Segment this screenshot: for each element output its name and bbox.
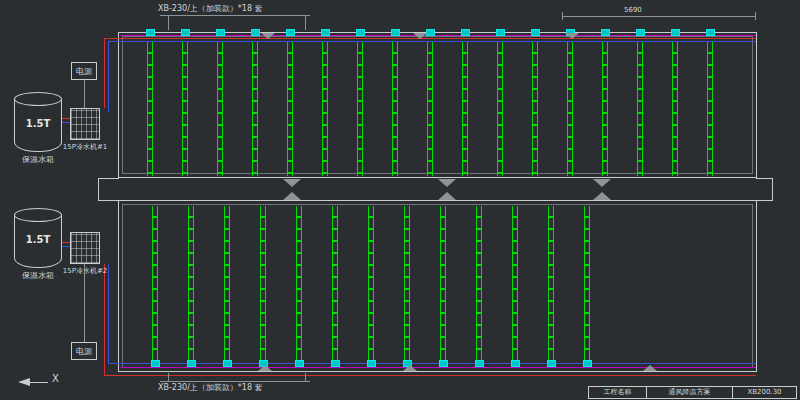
pipe-blue-top-riser [108, 41, 109, 112]
chiller-unit-top [70, 108, 100, 140]
title-block-name-label: 工程名称 [589, 387, 647, 398]
fan-coil-unit [181, 29, 190, 36]
cooling-duct [532, 42, 538, 176]
fan-coil-unit [547, 360, 556, 367]
annotation-top: XB-230/上（加装款）*18 套 [158, 4, 263, 14]
dimension-tick [562, 12, 563, 20]
fan-coil-unit [391, 29, 400, 36]
cooling-duct [548, 206, 554, 363]
cooling-duct [637, 42, 643, 176]
tank-chiller-link-blue-top [62, 122, 70, 123]
cooling-duct [672, 42, 678, 176]
corridor-door [593, 192, 611, 200]
annotation-bottom: XB-230/上（加装款）*18 套 [158, 383, 263, 393]
corridor-wall-left-bottom [98, 200, 119, 201]
water-tank-bottom: 1.5T [14, 208, 62, 270]
tank-chiller-link-red-bottom [62, 242, 70, 243]
cooling-duct [707, 42, 713, 176]
cooling-duct [332, 206, 338, 363]
wall-vent [261, 33, 275, 39]
corridor-door [283, 179, 301, 187]
pipe-red-bottom-riser [104, 264, 105, 376]
tank-chiller-link-blue-bottom [62, 246, 70, 247]
cooling-duct [440, 206, 446, 363]
corridor-wall-left-top [98, 178, 119, 179]
tank-chiller-link-red-top [62, 118, 70, 119]
power-box-bottom: 电源 [71, 342, 97, 360]
cooling-duct [147, 42, 153, 176]
fan-coil-unit [331, 360, 340, 367]
corridor-door [438, 192, 456, 200]
cooling-duct [182, 42, 188, 176]
chiller-label-top: 15P冷水机#1 [56, 142, 114, 152]
fan-coil-unit [223, 360, 232, 367]
title-block: 工程名称 通风降温方案 XB200.30 [588, 386, 797, 399]
cooling-duct [462, 42, 468, 176]
cooling-duct [497, 42, 503, 176]
cooling-duct [602, 42, 608, 176]
fan-coil-unit [671, 29, 680, 36]
cooling-duct [296, 206, 302, 363]
pipe-red-top-riser [104, 38, 105, 108]
power-feed-top [84, 80, 85, 108]
cooling-duct [260, 206, 266, 363]
power-box-top-label: 电源 [76, 66, 92, 77]
cooling-duct [368, 206, 374, 363]
dimension-label: 5690 [624, 5, 642, 15]
annotation-bottom-leader [160, 381, 310, 382]
fan-coil-unit [601, 29, 610, 36]
cooling-duct [188, 206, 194, 363]
corridor-wall-right-bottom [756, 200, 772, 201]
title-block-drawing-no: XB200.30 [733, 387, 796, 398]
tank-caption-top: 保温水箱 [8, 155, 68, 165]
fan-coil-unit [187, 360, 196, 367]
cooling-duct [404, 206, 410, 363]
fan-coil-unit [706, 29, 715, 36]
cooling-duct [252, 42, 258, 176]
title-block-name-value: 通风降温方案 [647, 387, 733, 398]
power-box-top: 电源 [71, 62, 97, 80]
cooling-duct [152, 206, 158, 363]
pipe-red-bottom [104, 375, 756, 376]
axis-arrow-icon [18, 378, 30, 386]
cooling-duct [476, 206, 482, 363]
fan-coil-unit [636, 29, 645, 36]
dimension-line [562, 16, 756, 17]
fan-coil-unit [496, 29, 505, 36]
fan-coil-unit [475, 360, 484, 367]
annotation-bottom-leader-tick [168, 373, 169, 381]
cooling-duct [357, 42, 363, 176]
pipe-blue-bottom-riser [108, 264, 109, 363]
fan-coil-unit [286, 29, 295, 36]
pipe-blue-bottom [108, 363, 756, 364]
chiller-label-bottom: 15P冷水机#2 [56, 266, 114, 276]
cooling-duct [287, 42, 293, 176]
wall-vent [565, 33, 579, 39]
cooling-duct [567, 42, 573, 176]
fan-coil-unit [439, 360, 448, 367]
wall-vent [643, 365, 657, 371]
cooling-duct [224, 206, 230, 363]
pipe-red-top [104, 38, 756, 39]
power-box-bottom-label: 电源 [76, 346, 92, 357]
cooling-duct [584, 206, 590, 363]
cooling-duct [512, 206, 518, 363]
fan-coil-unit [151, 360, 160, 367]
corridor-door [438, 179, 456, 187]
annotation-top-leader [160, 15, 310, 16]
fan-coil-unit [461, 29, 470, 36]
wall-vent [413, 33, 427, 39]
fan-coil-unit [583, 360, 592, 367]
annotation-bottom-leader-tick [305, 373, 306, 381]
cooling-duct [322, 42, 328, 176]
fan-coil-unit [531, 29, 540, 36]
wall-vent [258, 365, 272, 371]
cooling-duct [427, 42, 433, 176]
pipe-magenta-bottom [120, 367, 756, 368]
corridor-door [283, 192, 301, 200]
fan-coil-unit [295, 360, 304, 367]
tank-capacity-label: 1.5T [14, 234, 62, 245]
axis-label: X [52, 374, 59, 384]
water-tank-top: 1.5T [14, 92, 62, 154]
fan-coil-unit [356, 29, 365, 36]
